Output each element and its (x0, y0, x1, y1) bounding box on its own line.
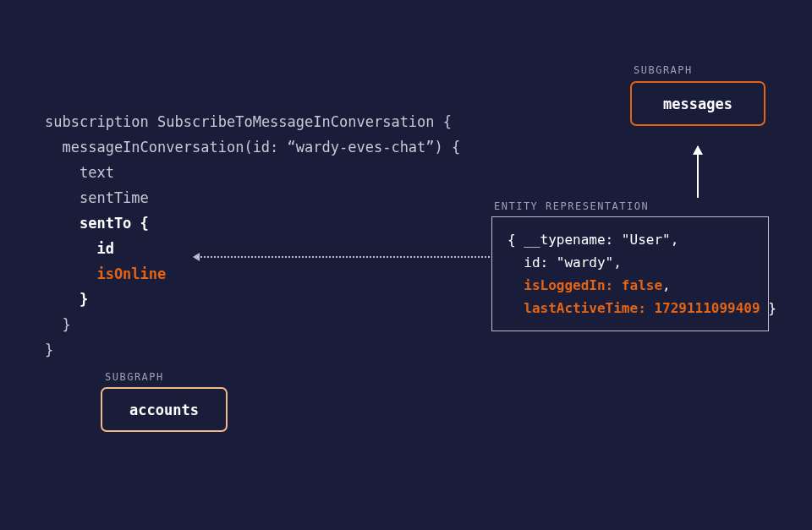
code-line-8: } (45, 291, 88, 308)
entity-row-2: id: "wardy", (508, 251, 754, 274)
code-line-6: id (45, 240, 114, 257)
diagram-canvas: subscription SubscribeToMessageInConvers… (0, 0, 812, 530)
code-line-9: } (45, 316, 71, 333)
subgraph-box-messages: messages (630, 81, 765, 126)
code-line-7-isonline: isOnline (45, 265, 166, 282)
subgraph-label-accounts: SUBGRAPH (105, 371, 164, 383)
code-line-4: sentTime (45, 189, 149, 206)
code-line-5: sentTo { (45, 215, 149, 232)
entity-row-3: isLoggedIn: false, (508, 274, 754, 297)
entity-row-4: lastActiveTime: 1729111099409 } (508, 297, 754, 320)
subgraph-box-accounts: accounts (101, 387, 228, 432)
code-line-2: messageInConversation(id: “wardy-eves-ch… (45, 139, 460, 156)
subgraph-label-messages: SUBGRAPH (634, 64, 693, 76)
entity-row-1: { __typename: "User", (508, 228, 754, 251)
arrow-entity-to-isonline (195, 256, 490, 258)
graphql-subscription-code: subscription SubscribeToMessageInConvers… (45, 84, 460, 363)
subgraph-name-accounts: accounts (129, 402, 199, 418)
code-line-10: } (45, 341, 53, 358)
code-line-1: subscription SubscribeToMessageInConvers… (45, 113, 452, 130)
arrow-entity-to-messages (697, 146, 699, 198)
entity-representation-box: { __typename: "User", id: "wardy", isLog… (491, 216, 769, 331)
code-line-3: text (45, 164, 114, 181)
entity-representation-label: ENTITY REPRESENTATION (494, 200, 649, 212)
subgraph-name-messages: messages (663, 96, 732, 112)
